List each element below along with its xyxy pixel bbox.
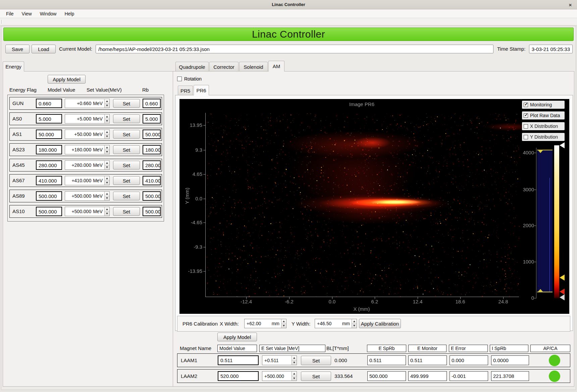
colorbar-handle-yellow[interactable] <box>560 275 565 281</box>
colorbar-handle-white-bottom[interactable] <box>560 294 565 300</box>
menu-item-file[interactable]: File <box>3 10 17 17</box>
spin-down-button[interactable] <box>105 181 109 185</box>
spin-down-button[interactable] <box>105 104 109 108</box>
spin-up-button[interactable] <box>105 130 109 135</box>
set-value-spinbox[interactable]: +0.660MeV <box>65 99 110 108</box>
tab-energy[interactable]: Energy <box>3 61 24 71</box>
spin-down-button[interactable] <box>281 324 286 328</box>
tab-solenoid[interactable]: Solenoid <box>239 62 268 71</box>
spin-up-button[interactable] <box>105 207 109 212</box>
x-width-spinbox[interactable]: +62.00 mm <box>244 319 286 328</box>
histogram-region[interactable] <box>537 150 553 293</box>
set-button[interactable]: Set <box>113 161 140 169</box>
model-value-box[interactable]: 500.000 <box>36 207 62 216</box>
model-value-box[interactable]: 410.000 <box>36 176 62 185</box>
set-button[interactable]: Set <box>113 176 140 185</box>
set-button[interactable]: Set <box>113 145 140 154</box>
y-width-unit: mm <box>342 319 352 328</box>
current-model-input[interactable]: /home/heps1/AP-model/2023-03-21 05:25:33… <box>96 45 493 53</box>
set-value-spinbox[interactable]: +180.000MeV <box>65 145 110 154</box>
spin-up-button[interactable] <box>105 114 109 119</box>
set-button[interactable]: Set <box>301 356 331 365</box>
set-value-spinbox[interactable]: +500.000MeV <box>65 207 110 216</box>
time-stamp-input[interactable]: 3-03-21 05:25:33 <box>529 45 573 53</box>
model-value-box[interactable]: 5.000 <box>36 114 62 124</box>
spin-down-button[interactable] <box>105 119 109 124</box>
set-value-spinbox[interactable]: +0.511 <box>262 355 297 365</box>
spin-down-button[interactable] <box>292 360 297 365</box>
save-button[interactable]: Save <box>5 45 30 53</box>
tab-am[interactable]: AM <box>268 61 284 71</box>
set-value-spinbox[interactable]: +500.000MeV <box>65 191 110 201</box>
set-value: +500.000 <box>65 192 92 200</box>
model-value-box[interactable]: 50.000 <box>36 130 62 139</box>
set-button[interactable]: Set <box>113 130 140 139</box>
model-value-box[interactable]: 500.000 <box>36 191 62 201</box>
toolbar-grip[interactable] <box>1 20 2 24</box>
set-value-spinbox[interactable]: +280.000MeV <box>65 160 110 170</box>
level-region-top-handle[interactable] <box>538 150 543 153</box>
magnet-name-label: LAAM2 <box>181 370 197 383</box>
model-value-box[interactable]: 520.000 <box>218 371 259 381</box>
menu-item-help[interactable]: Help <box>61 10 77 17</box>
beam-image-canvas[interactable] <box>179 99 569 314</box>
menu-item-window[interactable]: Window <box>37 10 60 17</box>
tab-pr6[interactable]: PR6 <box>194 85 209 95</box>
spin-down-button[interactable] <box>105 150 109 154</box>
spin-up-button[interactable] <box>292 356 297 360</box>
spin-up-button[interactable] <box>105 192 109 196</box>
spin-up-button[interactable] <box>292 372 297 376</box>
menu-item-view[interactable]: View <box>18 10 35 17</box>
spin-down-button[interactable] <box>105 212 109 216</box>
checkbox-box: ✓ <box>524 135 528 139</box>
spin-down-button[interactable] <box>292 376 297 381</box>
spin-down-button[interactable] <box>105 135 109 139</box>
set-value: +410.000 <box>65 176 92 185</box>
spin-up-button[interactable] <box>281 319 286 324</box>
colorbar-handle-red[interactable] <box>560 289 565 295</box>
model-value-box[interactable]: 180.000 <box>36 145 62 154</box>
spin-down-button[interactable] <box>105 165 109 170</box>
set-value-spinbox[interactable]: +410.000MeV <box>65 176 110 185</box>
spin-up-button[interactable] <box>105 99 109 104</box>
spin-down-button[interactable] <box>352 324 357 328</box>
model-value-box[interactable]: 280.000 <box>36 160 62 170</box>
set-button[interactable]: Set <box>301 372 331 381</box>
colorbar-handle-white-top[interactable] <box>560 142 565 148</box>
spin-up-button[interactable] <box>105 161 109 165</box>
level-region-bottom-line[interactable] <box>537 292 553 292</box>
load-button[interactable]: Load <box>32 45 56 53</box>
set-value-spinbox[interactable]: +500.000 <box>262 371 297 381</box>
close-icon[interactable]: × <box>567 1 574 8</box>
colorbar-gradient[interactable] <box>554 145 559 298</box>
tab-corrector[interactable]: Corrector <box>209 62 239 71</box>
tab-pr5[interactable]: PR5 <box>178 86 193 95</box>
rotation-checkbox[interactable]: ✓ Rotation <box>177 76 202 82</box>
plot-raw-data-checkbox[interactable]: ✓ Plot Raw Data <box>522 111 565 119</box>
spin-up-button[interactable] <box>105 145 109 150</box>
spin-down-button[interactable] <box>105 196 109 201</box>
y-width-spinbox[interactable]: +46.50 mm <box>315 319 357 328</box>
apply-calibration-button[interactable]: Apply Calibration <box>359 319 401 328</box>
set-button[interactable]: Set <box>113 207 140 216</box>
energy-col-set: Set Value(MeV) <box>87 87 122 93</box>
set-value-spinbox[interactable]: +50.000MeV <box>65 130 110 139</box>
set-value-spinbox[interactable]: +5.000MeV <box>65 114 110 124</box>
spin-up-button[interactable] <box>352 319 357 324</box>
set-button[interactable]: Set <box>113 99 140 108</box>
model-value-box[interactable]: 0.511 <box>218 355 259 365</box>
y-distribution-checkbox[interactable]: ✓ Y Distribution <box>522 133 565 141</box>
energy-apply-model-button[interactable]: Apply Model <box>48 75 86 84</box>
spin-up-button[interactable] <box>105 176 109 181</box>
set-button[interactable]: Set <box>113 114 140 123</box>
energy-row: AS150.000+50.000MeVSet50.000 <box>9 128 162 141</box>
monitoring-checkbox[interactable]: ✓ Monitoring <box>522 101 565 109</box>
energy-row: AS10500.000+500.000MeVSet500.000 <box>9 205 162 218</box>
level-region-bottom-handle[interactable] <box>538 289 543 292</box>
tab-quadrupole[interactable]: Quadrupole <box>175 62 209 71</box>
magnet-apply-model-button[interactable]: Apply Model <box>217 333 257 341</box>
set-button[interactable]: Set <box>113 192 140 200</box>
x-distribution-checkbox[interactable]: ✓ X Distribution <box>522 122 565 130</box>
model-value-box[interactable]: 0.660 <box>36 99 62 108</box>
set-value: +500.000 <box>65 207 92 216</box>
